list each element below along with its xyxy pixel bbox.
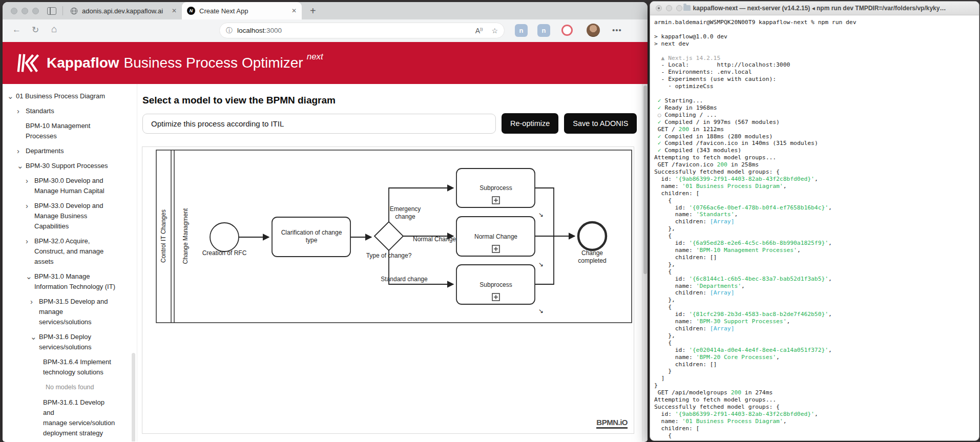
tree-item[interactable]: BPM-10 Management Processes [3,121,116,141]
nextjs-favicon-icon: N [187,7,195,15]
subprocess-label: Subprocess [479,281,512,288]
terminal-line: ▲ Next.js 14.2.15 [654,55,979,62]
bpmn-diagram-canvas[interactable]: Control IT Changes Change Managment Crea… [142,146,634,434]
extension-ring-icon[interactable] [561,25,573,36]
close-tab-icon[interactable]: ✕ [291,7,297,14]
more-menu-icon[interactable]: ••• [612,26,622,34]
new-tab-button[interactable]: + [310,5,316,17]
terminal-line: ✓ Compiled /favicon.ico in 140ms (315 mo… [654,140,979,147]
save-to-adonis-button[interactable]: Save to ADONIS [564,113,637,134]
terminal-line: ✓ Starting... [654,97,979,104]
tree-item[interactable]: ›Standarts [3,106,116,116]
tree-item[interactable]: ›Departments [3,146,116,156]
chevron-right-icon[interactable]: › [26,236,34,267]
page-scrollbar[interactable] [642,84,648,441]
tree-item[interactable]: ⌄BPM-31.0 Manage Information Technology … [3,271,116,292]
extension-n-icon-2[interactable]: n [537,24,550,37]
close-window-button[interactable] [11,8,17,14]
close-tab-icon[interactable]: ✕ [172,7,177,14]
terminal-line [654,90,979,97]
terminal-line: Successfully fetched model groups: { [654,404,979,411]
chevron-right-icon[interactable]: › [17,146,26,156]
tree-item[interactable]: ›BPM-32.0 Acquire, Construct, and manage… [3,236,116,267]
terminal-line: GET /favicon.ico 200 in 258ms [654,161,979,169]
optimization-prompt-input[interactable] [142,114,496,134]
chevron-down-icon[interactable]: ⌄ [30,332,39,352]
terminal-line: · optimizeCss [654,83,979,90]
chevron-down-icon[interactable]: ⌄ [17,161,26,171]
terminal-line: name: '01 Business Process Diagram', [654,418,979,425]
terminal-line: { [654,268,979,276]
extension-n-icon[interactable]: n [515,24,528,37]
folder-proxy-icon [683,5,691,11]
traffic-lights[interactable] [11,8,39,14]
zoom-window-button[interactable] [32,8,39,14]
terminal-line: children: [] [654,254,979,261]
chevron-right-icon[interactable]: › [30,297,39,327]
favorites-star-icon[interactable]: ☆ [491,27,498,35]
globe-icon [70,7,78,15]
tree-item[interactable]: ⌄BPM-30 Support Processes [3,161,116,171]
terminal-line: GET / 200 in 1212ms [654,126,979,133]
terminal-line: children: [Array] [654,325,979,332]
tree-item[interactable]: ›BPM-33.0 Develop and Manage Business Ca… [3,201,116,231]
drilldown-arrow-icon[interactable]: ↘ [538,211,544,218]
sidebar-scrollbar[interactable] [132,353,135,441]
pool-label: Control IT Changes [160,209,167,263]
read-aloud-icon[interactable]: A)) [475,27,483,35]
sidebar-toggle-icon[interactable] [47,7,56,15]
terminal-line: children: [ [654,425,979,432]
tree-item[interactable]: ›BPM-30.0 Develop and Manage Human Capit… [3,176,116,196]
terminal-line: name: 'Departments', [654,283,979,290]
home-icon[interactable]: ⌂ [51,24,57,35]
tree-item-label: BPM-30 Support Processes [26,161,108,171]
drilldown-arrow-icon[interactable]: ↘ [538,261,544,268]
reoptimize-button[interactable]: Re-optimize [502,113,558,134]
terminal-line: children: [ [654,190,979,197]
bpmn-io-watermark[interactable]: BPMN.iO [596,418,628,429]
terminal-line: - Environments: .env.local [654,69,979,76]
tree-item-label: BPM-31.0 Manage Information Technology (… [34,271,115,292]
terminal-line: { [654,304,979,311]
profile-avatar[interactable] [587,24,600,37]
tab-adonis[interactable]: adonis.api.dev.kappaflow.ai ✕ [65,2,182,19]
site-info-icon[interactable]: ⓘ [226,26,233,35]
tree-item-label: BPM-30.0 Develop and Manage Human Capita… [34,176,105,196]
terminal-line: > next dev [654,40,979,48]
tree-item[interactable]: ⌄01 Business Process Diagram [3,91,116,101]
end-event[interactable] [578,222,606,250]
chevron-down-icon[interactable]: ⌄ [26,271,34,292]
chevron-right-icon[interactable]: › [26,201,34,231]
refresh-icon[interactable]: ↻ [32,25,39,35]
tree-item-label: No models found [46,382,94,392]
address-bar[interactable]: ⓘ localhost:3000 A)) ☆ [219,23,505,38]
terminal-line: children: [] [654,361,979,368]
brand-name: Kappaflow [47,55,119,71]
drilldown-arrow-icon[interactable]: ↘ [538,307,544,314]
subprocess-label: Subprocess [479,184,512,192]
back-icon[interactable]: ← [12,25,21,35]
tree-item[interactable]: BPM-31.6.4 Implement technology solution… [3,357,116,377]
chevron-right-icon[interactable]: › [17,106,26,116]
flow-label-emergency: change [395,213,415,220]
tab-create-next-app[interactable]: N Create Next App ✕ [182,2,302,19]
tree-item[interactable]: BPM-31.6.1 Develop and manage service/so… [3,397,116,438]
tree-item[interactable]: ›BPM-31.5 Develop and manage services/so… [3,297,116,327]
terminal-line: id: '{6c8144c1-c6b5-4bec-83a7-bab52d1f3a… [654,276,979,283]
tree-item-label: BPM-31.6 Deploy services/solutions [39,332,92,352]
chevron-right-icon[interactable]: › [26,176,34,196]
terminal-line: }, [654,332,979,340]
end-event-label: Change [581,249,603,257]
page-title: Select a model to view the BPMN diagram [142,95,648,106]
tab-title: adonis.api.dev.kappaflow.ai [82,7,166,15]
terminal-line: armin.baldemair@WSMPQK20N00T9 kappaflow-… [654,19,979,26]
tree-item[interactable]: ⌄BPM-31.6 Deploy services/solutions [3,332,116,352]
minimize-window-button[interactable] [22,8,28,14]
scrollbar-thumb[interactable] [643,86,647,274]
terminal-line: name: 'BPM-10 Management Processes', [654,247,979,254]
terminal-titlebar[interactable]: kappaflow-next — next-server (v14.2.15) … [650,2,979,15]
terminal-line: name: '01 Business Process Diagram', [654,183,979,190]
start-event[interactable] [210,223,239,251]
terminal-output[interactable]: armin.baldemair@WSMPQK20N00T9 kappaflow-… [650,15,979,439]
chevron-down-icon[interactable]: ⌄ [7,91,16,101]
